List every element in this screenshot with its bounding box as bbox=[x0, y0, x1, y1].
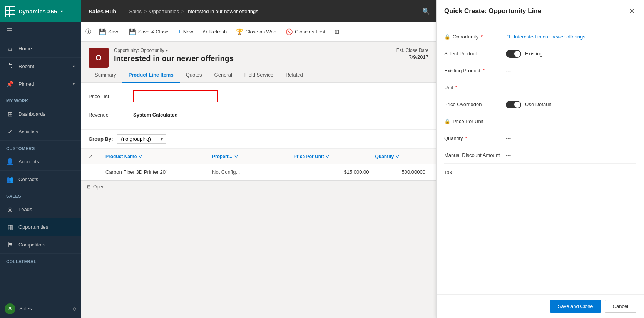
sidebar-item-label: Accounts bbox=[18, 159, 39, 165]
sidebar-item-label: Dashboards bbox=[18, 111, 45, 117]
save-close-button[interactable]: 💾 Save & Close bbox=[125, 27, 172, 37]
required-indicator: * bbox=[481, 34, 483, 40]
search-icon[interactable]: 🔍 bbox=[422, 8, 430, 15]
qc-opportunity-value: 🗒 Interested in our newer offerings bbox=[506, 34, 636, 40]
sidebar: Dynamics 365 ▾ ☰ ⌂ Home ⏱ Recent ▾ 📌 Pin… bbox=[0, 0, 81, 318]
sidebar-item-contacts[interactable]: 👥 Contacts bbox=[0, 171, 81, 188]
accounts-icon: 👤 bbox=[6, 158, 14, 165]
group-by-label: Group By: bbox=[89, 136, 113, 142]
dashboard-icon: ⊞ bbox=[6, 110, 14, 118]
sidebar-item-recent[interactable]: ⏱ Recent ▾ bbox=[0, 58, 81, 75]
th-product-name[interactable]: Product Name ▽ bbox=[102, 154, 209, 159]
app-title-chevron[interactable]: ▾ bbox=[61, 9, 63, 13]
qc-existing-product-value[interactable]: --- bbox=[506, 68, 636, 73]
th-properties[interactable]: Propert... ▽ bbox=[209, 154, 291, 159]
sidebar-item-home[interactable]: ⌂ Home bbox=[0, 40, 81, 58]
chevron-down-icon: ▾ bbox=[73, 82, 75, 86]
sidebar-item-dashboards[interactable]: ⊞ Dashboards bbox=[0, 105, 81, 123]
tabs-bar: Summary Product Line Items Quotes Genera… bbox=[81, 68, 436, 83]
record-type-chevron[interactable]: ▾ bbox=[166, 48, 168, 53]
close-lost-button[interactable]: 🚫 Close as Lost bbox=[282, 27, 329, 37]
save-icon: 💾 bbox=[99, 28, 106, 35]
qc-save-close-button[interactable]: Save and Close bbox=[550, 300, 601, 313]
th-check: ✓ bbox=[89, 153, 102, 160]
breadcrumb-sales[interactable]: Sales bbox=[129, 8, 142, 14]
th-quantity[interactable]: Quantity ▽ bbox=[372, 154, 429, 159]
qc-price-overridden-row: Price Overridden Use Default bbox=[444, 96, 636, 113]
record-header: O Opportunity: Opportunity ▾ Interested … bbox=[81, 42, 436, 68]
sidebar-item-pinned[interactable]: 📌 Pinned ▾ bbox=[0, 75, 81, 93]
sidebar-item-label: Activities bbox=[18, 129, 38, 135]
qc-title: Quick Create: Opportunity Line bbox=[444, 7, 541, 15]
select-product-toggle[interactable] bbox=[506, 50, 521, 58]
qc-opportunity-link[interactable]: Interested in our newer offerings bbox=[514, 34, 585, 40]
hamburger-button[interactable]: ☰ bbox=[0, 22, 81, 40]
qc-quantity-label: Quantity * bbox=[444, 135, 506, 141]
price-overridden-toggle-wrapper: Use Default bbox=[506, 101, 636, 108]
filter-icon[interactable]: ▽ bbox=[396, 154, 399, 159]
select-product-toggle-wrapper: Existing bbox=[506, 50, 636, 58]
price-list-label: Price List bbox=[89, 93, 127, 99]
breadcrumb-sep-1: > bbox=[144, 8, 147, 14]
more-button[interactable]: ⊞ bbox=[331, 27, 343, 37]
refresh-button[interactable]: ↻ Refresh bbox=[199, 27, 231, 37]
close-lost-icon: 🚫 bbox=[286, 28, 293, 35]
content-section: Price List --- Revenue System Calculated bbox=[81, 83, 436, 129]
sidebar-item-leads[interactable]: ◎ Leads bbox=[0, 201, 81, 218]
sidebar-item-competitors[interactable]: ⚑ Competitors bbox=[0, 236, 81, 254]
qc-quantity-row: Quantity * --- bbox=[444, 130, 636, 147]
section-sales: Sales bbox=[0, 188, 81, 201]
sidebar-item-label: Opportunities bbox=[18, 224, 48, 230]
competitors-icon: ⚑ bbox=[6, 241, 14, 248]
td-quantity: 500.00000 bbox=[372, 169, 429, 175]
th-price-per-unit[interactable]: Price Per Unit ▽ bbox=[291, 154, 372, 159]
filter-icon[interactable]: ▽ bbox=[326, 154, 329, 159]
qc-tax-value[interactable]: --- bbox=[506, 170, 636, 175]
td-product-name: Carbon Fiber 3D Printer 20" bbox=[102, 169, 209, 175]
record-title-area: Opportunity: Opportunity ▾ Interested in… bbox=[114, 48, 391, 63]
save-button[interactable]: 💾 Save bbox=[95, 27, 124, 37]
refresh-icon: ↻ bbox=[202, 28, 207, 35]
tab-quotes[interactable]: Quotes bbox=[180, 68, 208, 83]
tab-field-service[interactable]: Field Service bbox=[238, 68, 279, 83]
qc-quantity-value[interactable]: --- bbox=[506, 135, 636, 141]
opportunity-type-icon: 🗒 bbox=[506, 34, 511, 40]
activities-icon: ✓ bbox=[6, 128, 14, 135]
avatar: S bbox=[5, 303, 15, 314]
filter-icon[interactable]: ▽ bbox=[234, 154, 238, 159]
expand-icon[interactable]: ⊞ bbox=[87, 184, 91, 190]
tab-related[interactable]: Related bbox=[279, 68, 309, 83]
qc-price-overridden-value: Use Default bbox=[506, 101, 636, 108]
tab-product-line-items[interactable]: Product Line Items bbox=[122, 68, 180, 83]
tab-summary[interactable]: Summary bbox=[89, 68, 122, 83]
group-by-select[interactable]: (no grouping) Product Family Product Typ… bbox=[117, 134, 166, 144]
qc-manual-discount-value[interactable]: --- bbox=[506, 152, 636, 158]
tab-general[interactable]: General bbox=[208, 68, 238, 83]
lock-icon: 🔒 bbox=[444, 34, 450, 40]
close-won-button[interactable]: 🏆 Close as Won bbox=[232, 27, 280, 37]
price-overridden-toggle-label: Use Default bbox=[525, 102, 551, 107]
breadcrumb-sep-2: > bbox=[181, 8, 184, 14]
qc-unit-value[interactable]: --- bbox=[506, 85, 636, 90]
breadcrumb-opportunities[interactable]: Opportunities bbox=[149, 8, 179, 14]
breadcrumb: Sales > Opportunities > Interested in ou… bbox=[123, 8, 422, 14]
top-bar: Sales Hub Sales > Opportunities > Intere… bbox=[81, 0, 436, 22]
chevron-down-icon: ▾ bbox=[73, 64, 75, 68]
app-grid-icon[interactable] bbox=[5, 6, 15, 17]
td-properties: Not Config... bbox=[209, 169, 291, 175]
qc-footer: Save and Close Cancel bbox=[437, 294, 644, 318]
price-list-input[interactable]: --- bbox=[133, 90, 218, 102]
leads-icon: ◎ bbox=[6, 206, 14, 213]
qc-close-button[interactable]: ✕ bbox=[627, 5, 636, 17]
sidebar-item-accounts[interactable]: 👤 Accounts bbox=[0, 153, 81, 171]
table-row[interactable]: Carbon Fiber 3D Printer 20" Not Config..… bbox=[81, 164, 436, 180]
qc-cancel-button[interactable]: Cancel bbox=[605, 300, 636, 313]
sidebar-bottom-chevron[interactable]: ◇ bbox=[73, 306, 76, 311]
filter-icon[interactable]: ▽ bbox=[139, 154, 142, 159]
sidebar-item-activities[interactable]: ✓ Activities bbox=[0, 123, 81, 141]
sidebar-item-label: Recent bbox=[18, 63, 34, 69]
price-overridden-toggle[interactable] bbox=[506, 101, 521, 108]
sidebar-item-opportunities[interactable]: ▦ Opportunities bbox=[0, 218, 81, 236]
new-button[interactable]: + New bbox=[174, 27, 197, 37]
quick-create-panel: Quick Create: Opportunity Line ✕ 🔒 Oppor… bbox=[436, 0, 644, 318]
